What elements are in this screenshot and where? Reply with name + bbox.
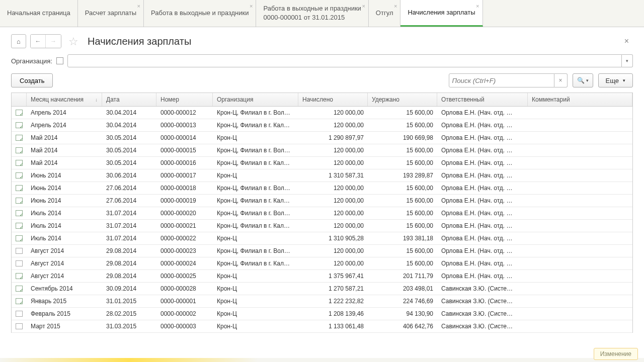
close-icon[interactable]: × bbox=[394, 3, 397, 9]
cell-month: Август 2014 bbox=[27, 270, 102, 282]
cell-responsible: Орлова Е.Н. (Нач. отд. … bbox=[437, 182, 528, 194]
col-date[interactable]: Дата bbox=[102, 93, 156, 106]
doc-status-icon bbox=[12, 257, 27, 269]
tab-weekend-work-doc[interactable]: Работа в выходные и праздники 0000-00000… bbox=[256, 0, 368, 27]
tab-salary-calc[interactable]: Расчет зарплаты× bbox=[78, 0, 144, 27]
cell-deducted: 193 381,18 bbox=[368, 232, 437, 244]
table-row[interactable]: Июнь 201427.06.20140000-000018Крон-Ц, Фи… bbox=[12, 182, 632, 195]
doc-status-icon bbox=[12, 107, 27, 119]
cell-comment bbox=[528, 295, 632, 307]
star-icon[interactable]: ☆ bbox=[68, 35, 80, 47]
org-label: Организация: bbox=[11, 57, 52, 65]
cell-month: Июль 2014 bbox=[27, 207, 102, 219]
cell-comment bbox=[528, 283, 632, 295]
cell-accrued: 120 000,00 bbox=[298, 157, 368, 169]
search-clear-button[interactable]: × bbox=[554, 73, 568, 87]
home-button[interactable]: ⌂ bbox=[11, 34, 26, 48]
forward-button[interactable]: → bbox=[46, 35, 61, 48]
grid-body[interactable]: Апрель 201430.04.20140000-000012Крон-Ц, … bbox=[12, 107, 632, 333]
table-row[interactable]: Февраль 201528.02.20150000-000002Крон-Ц1… bbox=[12, 308, 632, 320]
search-button[interactable]: 🔍▾ bbox=[573, 73, 593, 87]
cell-number: 0000-000020 bbox=[156, 207, 213, 219]
close-page-button[interactable]: × bbox=[624, 37, 629, 46]
table-row[interactable]: Сентябрь 201430.09.20140000-000028Крон-Ц… bbox=[12, 283, 632, 295]
cell-number: 0000-000022 bbox=[156, 232, 213, 244]
col-responsible[interactable]: Ответственный bbox=[437, 93, 528, 106]
table-row[interactable]: Апрель 201430.04.20140000-000013Крон-Ц, … bbox=[12, 119, 632, 132]
cell-number: 0000-000002 bbox=[156, 308, 213, 320]
col-number[interactable]: Номер bbox=[156, 93, 213, 106]
table-row[interactable]: Май 201430.05.20140000-000016Крон-Ц, Фил… bbox=[12, 157, 632, 169]
table-row[interactable]: Июль 201431.07.20140000-000020Крон-Ц, Фи… bbox=[12, 207, 632, 220]
org-input[interactable] bbox=[67, 54, 622, 67]
dropdown-icon[interactable]: ▾ bbox=[622, 54, 633, 67]
cell-deducted: 15 600,00 bbox=[368, 245, 437, 257]
cell-accrued: 1 222 232,82 bbox=[298, 295, 368, 307]
table-row[interactable]: Август 201429.08.20140000-000024Крон-Ц, … bbox=[12, 257, 632, 270]
doc-status-icon bbox=[12, 182, 27, 194]
footer-bar bbox=[0, 358, 644, 362]
col-accrued[interactable]: Начислено bbox=[298, 93, 368, 106]
col-month[interactable]: Месяц начисления↓ bbox=[27, 93, 102, 106]
table-row[interactable]: Март 201531.03.20150000-000003Крон-Ц1 13… bbox=[12, 320, 632, 333]
col-comment[interactable]: Комментарий bbox=[528, 93, 632, 106]
cell-responsible: Орлова Е.Н. (Нач. отд. … bbox=[437, 157, 528, 169]
cell-responsible: Орлова Е.Н. (Нач. отд. … bbox=[437, 270, 528, 282]
tab-timeoff[interactable]: Отгул× bbox=[369, 0, 401, 27]
cell-responsible: Орлова Е.Н. (Нач. отд. … bbox=[437, 144, 528, 156]
close-icon[interactable]: × bbox=[362, 3, 365, 9]
cell-month: Январь 2015 bbox=[27, 295, 102, 307]
table-row[interactable]: Май 201430.05.20140000-000015Крон-Ц, Фил… bbox=[12, 144, 632, 157]
cell-number: 0000-000024 bbox=[156, 257, 213, 269]
cell-comment bbox=[528, 220, 632, 232]
cell-number: 0000-000019 bbox=[156, 195, 213, 207]
tab-home[interactable]: Начальная страница bbox=[0, 0, 78, 27]
search-input[interactable] bbox=[449, 73, 554, 87]
cell-responsible: Орлова Е.Н. (Нач. отд. … bbox=[437, 257, 528, 269]
notification-popup[interactable]: Изменение bbox=[594, 348, 638, 360]
cell-org: Крон-Ц bbox=[213, 270, 298, 282]
create-button[interactable]: Создать bbox=[11, 73, 53, 87]
toolbar: ⌂ ← → ☆ Начисления зарплаты × bbox=[0, 27, 644, 51]
table-row[interactable]: Июнь 201427.06.20140000-000019Крон-Ц, Фи… bbox=[12, 195, 632, 207]
tab-payroll[interactable]: Начисления зарплаты× bbox=[400, 0, 482, 27]
close-icon[interactable]: × bbox=[476, 3, 479, 9]
cell-number: 0000-000001 bbox=[156, 295, 213, 307]
back-button[interactable]: ← bbox=[31, 35, 46, 48]
col-deducted[interactable]: Удержано bbox=[368, 93, 437, 106]
cell-comment bbox=[528, 182, 632, 194]
cell-number: 0000-000023 bbox=[156, 245, 213, 257]
doc-status-icon bbox=[12, 169, 27, 182]
table-row[interactable]: Июнь 201430.06.20140000-000017Крон-Ц1 31… bbox=[12, 169, 632, 182]
close-icon[interactable]: × bbox=[250, 3, 253, 9]
cell-responsible: Савинская З.Ю. (Систе… bbox=[437, 308, 528, 320]
col-icon[interactable] bbox=[12, 93, 27, 106]
cell-deducted: 15 600,00 bbox=[368, 157, 437, 169]
cell-responsible: Орлова Е.Н. (Нач. отд. … bbox=[437, 245, 528, 257]
nav-group: ← → bbox=[30, 34, 61, 48]
table-row[interactable]: Май 201430.05.20140000-000014Крон-Ц1 290… bbox=[12, 132, 632, 144]
cell-number: 0000-000014 bbox=[156, 132, 213, 144]
table-row[interactable]: Апрель 201430.04.20140000-000012Крон-Ц, … bbox=[12, 107, 632, 119]
cell-comment bbox=[528, 308, 632, 320]
close-icon[interactable]: × bbox=[137, 3, 140, 9]
org-checkbox[interactable] bbox=[56, 57, 63, 64]
cell-comment bbox=[528, 144, 632, 156]
more-button[interactable]: Еще▾ bbox=[598, 73, 633, 87]
cell-org: Крон-Ц, Филиал в г. Вол… bbox=[213, 144, 298, 156]
cell-number: 0000-000012 bbox=[156, 107, 213, 119]
cell-comment bbox=[528, 270, 632, 282]
table-row[interactable]: Январь 201531.01.20150000-000001Крон-Ц1 … bbox=[12, 295, 632, 308]
col-org[interactable]: Организация bbox=[213, 93, 298, 106]
cell-org: Крон-Ц, Филиал в г. Вол… bbox=[213, 107, 298, 119]
table-row[interactable]: Июль 201431.07.20140000-000022Крон-Ц1 31… bbox=[12, 232, 632, 245]
cell-number: 0000-000003 bbox=[156, 320, 213, 332]
cell-responsible: Орлова Е.Н. (Нач. отд. … bbox=[437, 220, 528, 232]
cell-org: Крон-Ц, Филиал в г. Вол… bbox=[213, 182, 298, 194]
table-row[interactable]: Август 201429.08.20140000-000023Крон-Ц, … bbox=[12, 245, 632, 257]
table-row[interactable]: Июль 201431.07.20140000-000021Крон-Ц, Фи… bbox=[12, 220, 632, 232]
tab-weekend-work[interactable]: Работа в выходные и праздники× bbox=[144, 0, 256, 27]
cell-date: 31.01.2015 bbox=[102, 295, 156, 307]
table-row[interactable]: Август 201429.08.20140000-000025Крон-Ц1 … bbox=[12, 270, 632, 283]
doc-status-icon bbox=[12, 270, 27, 282]
